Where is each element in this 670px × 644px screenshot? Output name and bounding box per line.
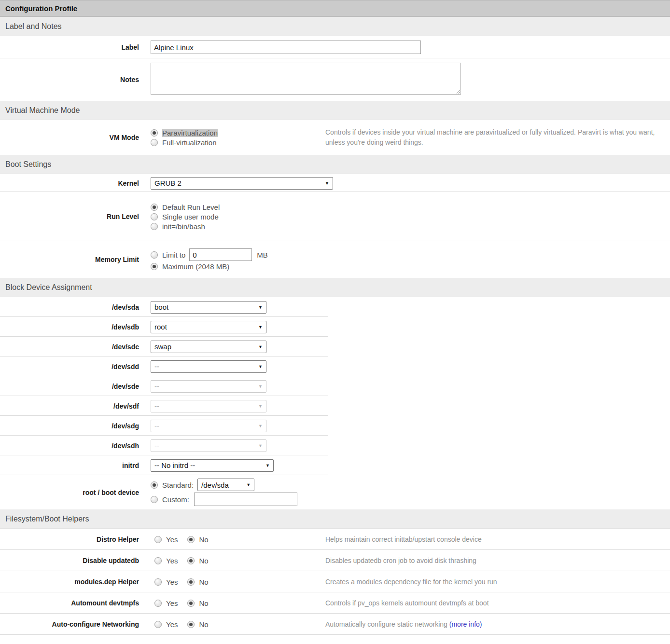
auto-networking-yes-radio[interactable] <box>154 621 162 628</box>
single-user-mode-radio[interactable] <box>151 213 158 220</box>
standard-device-select[interactable]: /dev/sda ▼ <box>197 479 254 491</box>
dev-sde-select: -- ▼ <box>151 380 266 393</box>
limit-to-radio-label[interactable]: Limit to <box>162 251 185 259</box>
initrd-select-value: -- No initrd -- <box>154 461 195 469</box>
custom-device-radio-label[interactable]: Custom: <box>162 495 189 504</box>
modules-dep-no-label[interactable]: No <box>199 578 208 586</box>
dev-sda-select-value: boot <box>154 303 168 311</box>
label-input[interactable] <box>151 41 421 54</box>
more-info-link[interactable]: (more info) <box>449 620 482 628</box>
dev-sdc-select-value: swap <box>154 343 171 351</box>
kernel-label: Kernel <box>0 179 145 187</box>
paravirtualization-radio-label[interactable]: Paravirtualization <box>162 129 218 137</box>
vm-mode-row: VM Mode Paravirtualization Full-virtuali… <box>0 120 670 155</box>
distro-helper-yes-label[interactable]: Yes <box>166 535 178 544</box>
device-row-sdf: /dev/sdf -- ▼ <box>0 396 670 416</box>
chevron-down-icon: ▼ <box>265 463 270 468</box>
dev-sdh-select: -- ▼ <box>151 439 266 452</box>
notes-field-label: Notes <box>0 76 145 83</box>
page-title: Configuration Profile <box>5 4 77 13</box>
dev-sdd-select-value: -- <box>154 362 159 370</box>
disable-updatedb-no-label[interactable]: No <box>199 557 208 565</box>
automount-devtmpfs-label: Automount devtmpfs <box>0 599 145 607</box>
auto-configure-networking-label: Auto-configure Networking <box>0 620 145 628</box>
kernel-select[interactable]: GRUB 2 ▼ <box>151 177 333 190</box>
modules-dep-yes-label[interactable]: Yes <box>166 578 178 586</box>
initrd-select[interactable]: -- No initrd -- ▼ <box>151 459 274 472</box>
bottom-whitespace <box>0 635 670 644</box>
distro-helper-yes-radio[interactable] <box>154 536 162 543</box>
auto-networking-no-label[interactable]: No <box>199 620 208 629</box>
section-header-vm-mode: Virtual Machine Mode <box>0 101 670 120</box>
chevron-down-icon: ▼ <box>258 305 263 310</box>
chevron-down-icon: ▼ <box>258 325 263 329</box>
device-label: /dev/sdc <box>0 343 145 351</box>
run-level-label: Run Level <box>0 213 145 220</box>
vm-mode-help-text: Controls if devices inside your virtual … <box>325 127 670 148</box>
disable-updatedb-yes-label[interactable]: Yes <box>166 557 178 565</box>
auto-networking-help-prefix: Automatically configure static networkin… <box>325 620 449 628</box>
memory-limit-input[interactable] <box>189 248 252 261</box>
init-bin-bash-radio[interactable] <box>151 223 158 230</box>
memory-limit-row: Memory Limit Limit to MB Maximum (2048 M… <box>0 241 670 278</box>
automount-devtmpfs-no-label[interactable]: No <box>199 599 208 607</box>
auto-networking-yes-label[interactable]: Yes <box>166 620 178 629</box>
limit-to-radio[interactable] <box>151 251 158 259</box>
dev-sdb-select[interactable]: root ▼ <box>151 321 266 333</box>
automount-devtmpfs-yes-label[interactable]: Yes <box>166 599 178 607</box>
dev-sdd-select[interactable]: -- ▼ <box>151 360 266 373</box>
modules-dep-no-radio[interactable] <box>187 578 195 586</box>
automount-devtmpfs-help-text: Controls if pv_ops kernels automount dev… <box>325 598 670 608</box>
device-label: /dev/sdg <box>0 422 145 430</box>
modules-dep-yes-radio[interactable] <box>154 578 162 586</box>
standard-device-radio[interactable] <box>151 481 158 489</box>
distro-helper-no-label[interactable]: No <box>199 535 208 544</box>
label-field-label: Label <box>0 43 145 51</box>
device-row-sdc: /dev/sdc swap ▼ <box>0 337 670 356</box>
section-header-label-notes: Label and Notes <box>0 17 670 36</box>
section-title: Block Device Assignment <box>5 283 92 292</box>
full-virtualization-radio[interactable] <box>151 139 158 146</box>
dev-sde-select-value: -- <box>154 382 159 390</box>
automount-devtmpfs-no-radio[interactable] <box>187 600 195 607</box>
disable-updatedb-label: Disable updatedb <box>0 557 145 564</box>
disable-updatedb-no-radio[interactable] <box>187 557 195 564</box>
distro-helper-no-radio[interactable] <box>187 536 195 543</box>
section-title: Virtual Machine Mode <box>5 106 80 115</box>
notes-textarea[interactable] <box>151 63 461 95</box>
device-label: /dev/sde <box>0 383 145 390</box>
custom-device-radio[interactable] <box>151 496 158 503</box>
notes-row: Notes <box>0 58 670 101</box>
maximum-memory-radio-label[interactable]: Maximum (2048 MB) <box>162 262 229 271</box>
dev-sdb-select-value: root <box>154 323 167 331</box>
custom-device-input[interactable] <box>194 493 297 506</box>
chevron-down-icon: ▼ <box>258 364 263 369</box>
dev-sda-select[interactable]: boot ▼ <box>151 301 266 314</box>
vm-mode-label: VM Mode <box>0 134 145 141</box>
single-user-mode-radio-label[interactable]: Single user mode <box>162 213 219 221</box>
init-bin-bash-radio-label[interactable]: init=/bin/bash <box>162 222 205 231</box>
full-virtualization-radio-label[interactable]: Full-virtualization <box>162 138 217 147</box>
auto-configure-networking-row: Auto-configure Networking Yes No Automat… <box>0 614 670 635</box>
kernel-row: Kernel GRUB 2 ▼ <box>0 174 670 192</box>
chevron-down-icon: ▼ <box>258 344 263 349</box>
memory-unit-label: MB <box>257 251 268 259</box>
auto-networking-no-radio[interactable] <box>187 621 195 628</box>
automount-devtmpfs-yes-radio[interactable] <box>154 600 162 607</box>
default-run-level-radio[interactable] <box>151 204 158 211</box>
default-run-level-radio-label[interactable]: Default Run Level <box>162 203 220 211</box>
modules-dep-helper-label: modules.dep Helper <box>0 578 145 586</box>
dev-sdg-select: -- ▼ <box>151 420 266 432</box>
dev-sdf-select-value: -- <box>154 402 159 410</box>
disable-updatedb-yes-radio[interactable] <box>154 557 162 564</box>
root-boot-device-label: root / boot device <box>0 489 145 496</box>
device-row-sdg: /dev/sdg -- ▼ <box>0 416 670 436</box>
standard-device-select-value: /dev/sda <box>201 481 229 489</box>
chevron-down-icon: ▼ <box>258 443 263 448</box>
device-label: /dev/sdd <box>0 363 145 370</box>
dev-sdc-select[interactable]: swap ▼ <box>151 341 266 353</box>
section-title: Filesystem/Boot Helpers <box>5 515 89 523</box>
maximum-memory-radio[interactable] <box>151 263 158 270</box>
paravirtualization-radio[interactable] <box>151 129 158 137</box>
standard-device-radio-label[interactable]: Standard: <box>162 481 194 489</box>
